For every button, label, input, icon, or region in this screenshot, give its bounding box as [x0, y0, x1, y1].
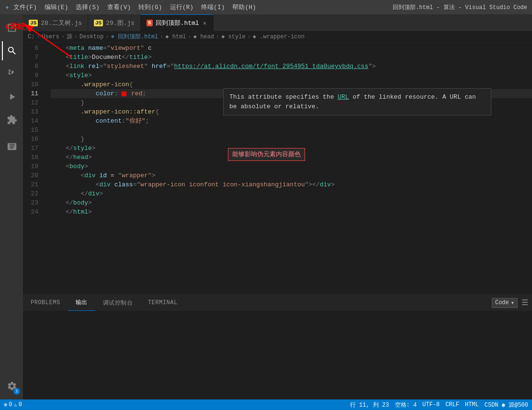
code-line-21: <div class="wrapper-icon iconfont icon-x…: [51, 180, 532, 189]
ln-14: 14: [23, 116, 42, 125]
status-extra: CSDN ◉ 源@500: [485, 401, 528, 409]
chevron-down-icon: ▾: [511, 299, 514, 307]
vscode-layout: 1 JS 28.二叉树.js JS 29.图.js 5 回到顶部.html ✕ …: [0, 14, 532, 399]
code-line-7: <title>Document</title>: [51, 53, 532, 62]
tab-html-close[interactable]: ✕: [202, 19, 207, 28]
breadcrumb-yuan[interactable]: 源: [67, 33, 72, 41]
status-encoding-text: UTF-8: [422, 401, 440, 408]
panel-tab-right: Code ▾ ☰: [492, 295, 532, 311]
ln-21: 21: [23, 180, 42, 189]
breadcrumb-head[interactable]: ◆ head: [193, 33, 214, 40]
activity-extensions[interactable]: [2, 110, 21, 129]
breadcrumb-html[interactable]: ◆ html: [165, 33, 186, 40]
ln-10: 10: [23, 80, 42, 89]
code-line-14: content:"你好";: [51, 116, 532, 125]
tab-29-lang-icon: JS: [94, 20, 103, 26]
panel-content[interactable]: [23, 311, 532, 399]
tab-html-label: 回到顶部.html: [156, 19, 199, 27]
editor-area: JS 28.二叉树.js JS 29.图.js 5 回到顶部.html ✕ C:…: [23, 14, 532, 399]
code-editor[interactable]: 6 7 8 9 10 11 12 13 14 15 16 17 18 19 20…: [23, 43, 532, 294]
ln-16: 16: [23, 135, 42, 144]
tab-29[interactable]: JS 29.图.js: [88, 14, 141, 31]
code-content[interactable]: <meta name="viewport" c <title>Document<…: [46, 43, 532, 294]
panel-tab-problems[interactable]: PROBLEMS: [23, 295, 68, 311]
ln-15: 15: [23, 125, 42, 135]
menu-edit[interactable]: 编辑(E): [45, 3, 68, 11]
menu-help[interactable]: 帮助(H): [232, 3, 256, 11]
panel-dropdown-code[interactable]: Code ▾: [492, 298, 518, 308]
breadcrumb-file[interactable]: ⎈ 回到顶部.html: [111, 33, 158, 41]
ln-22: 22: [23, 189, 42, 198]
activity-source-control[interactable]: [2, 64, 21, 83]
code-line-15: [51, 125, 532, 135]
tab-28[interactable]: JS 28.二叉树.js: [23, 14, 88, 31]
menu-terminal[interactable]: 终端(I): [201, 3, 225, 11]
status-position[interactable]: 行 11, 列 23: [350, 401, 389, 409]
ln-12: 12: [23, 98, 42, 107]
panel-tab-debug[interactable]: 调试控制台: [95, 295, 141, 311]
code-line-19: <body>: [51, 162, 532, 171]
breadcrumb-desktop[interactable]: Desktop: [79, 34, 103, 40]
tooltip-text1: This attribute specifies the: [229, 93, 338, 101]
status-line-ending-text: CRLF: [445, 401, 459, 408]
activity-settings[interactable]: 1: [2, 376, 21, 396]
breadcrumb-style[interactable]: ◆ style: [221, 33, 245, 40]
color-swatch-red: [122, 91, 126, 96]
tab-28-lang-icon: JS: [29, 20, 38, 26]
status-encoding[interactable]: UTF-8: [422, 401, 440, 408]
activity-bar: 1: [0, 14, 23, 399]
red-annotation: 能够影响伪元素内容颜色: [228, 148, 305, 161]
status-position-text: 行 11, 列 23: [350, 401, 389, 409]
tab-html-lang-icon: 5: [147, 20, 153, 26]
error-count: 0: [9, 401, 12, 408]
ln-24: 24: [23, 207, 42, 216]
status-language[interactable]: HTML: [465, 401, 479, 408]
tab-29-label: 29.图.js: [106, 19, 135, 27]
vscode-icon: ✦: [5, 2, 10, 12]
tooltip: This attribute specifies the URL of the …: [223, 88, 491, 115]
ln-19: 19: [23, 162, 42, 171]
ln-8: 8: [23, 62, 42, 71]
ln-13: 13: [23, 107, 42, 116]
panel-tab-terminal[interactable]: TERMINAL: [140, 295, 185, 311]
menu-goto[interactable]: 转到(G): [138, 3, 162, 11]
activity-source-control2[interactable]: [2, 137, 21, 156]
title-bar-menu[interactable]: 文件(F) 编辑(E) 选择(S) 查看(V) 转到(G) 运行(R) 终端(I…: [13, 3, 393, 11]
line-numbers: 6 7 8 9 10 11 12 13 14 15 16 17 18 19 20…: [23, 43, 46, 294]
error-icon: ⊗: [4, 401, 7, 409]
settings-badge: 1: [13, 388, 20, 395]
breadcrumb-c[interactable]: C:: [28, 34, 34, 40]
status-right: 行 11, 列 23 空格: 4 UTF-8 CRLF HTML CSDN ◉ …: [350, 401, 528, 409]
breadcrumb-wrapper-icon[interactable]: ◆ .wrapper-icon: [253, 33, 305, 40]
status-spaces[interactable]: 空格: 4: [395, 401, 417, 409]
ln-18: 18: [23, 153, 42, 162]
menu-run[interactable]: 运行(R): [170, 3, 193, 11]
panel-tabs: PROBLEMS 输出 调试控制台 TERMINAL Code ▾ ☰: [23, 295, 532, 311]
code-line-9: <style>: [51, 71, 532, 80]
status-extra-text: CSDN ◉ 源@500: [485, 401, 528, 409]
activity-debug[interactable]: [2, 87, 21, 106]
ln-23: 23: [23, 198, 42, 207]
panel-dropdown-label: Code: [495, 299, 509, 306]
annotation-red-text: 能够影响伪元素内容颜色: [232, 151, 301, 158]
activity-search[interactable]: [2, 41, 21, 60]
menu-view[interactable]: 查看(V): [107, 3, 131, 11]
ln-9: 9: [23, 71, 42, 80]
code-line-24: </html>: [51, 207, 532, 216]
code-line-6: <meta name="viewport" c: [51, 44, 532, 53]
code-line-16: }: [51, 135, 532, 144]
menu-select[interactable]: 选择(S): [76, 3, 99, 11]
activity-explorer[interactable]: [2, 18, 21, 37]
title-bar: ✦ 文件(F) 编辑(E) 选择(S) 查看(V) 转到(G) 运行(R) 终端…: [0, 0, 532, 14]
status-line-ending[interactable]: CRLF: [445, 401, 459, 408]
tab-html[interactable]: 5 回到顶部.html ✕: [141, 14, 214, 31]
ln-7: 7: [23, 53, 42, 62]
warning-icon: ⚠: [13, 401, 17, 409]
breadcrumb-users[interactable]: Users: [42, 34, 59, 40]
panel-tab-output[interactable]: 输出: [68, 295, 95, 311]
panel-menu-icon[interactable]: ☰: [521, 298, 528, 308]
status-errors[interactable]: ⊗ 0 ⚠ 0: [4, 401, 22, 409]
status-spaces-text: 空格: 4: [395, 401, 417, 409]
ln-6: 6: [23, 44, 42, 53]
menu-file[interactable]: 文件(F): [13, 3, 37, 11]
